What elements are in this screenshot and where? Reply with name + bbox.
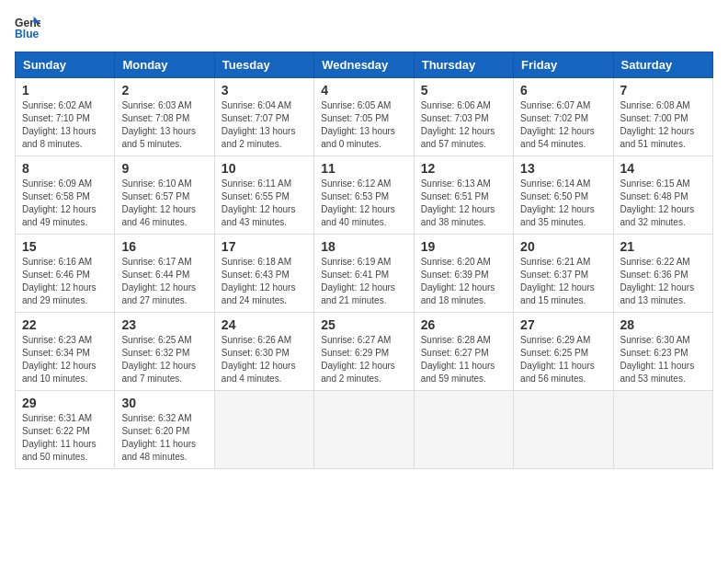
day-number: 1 xyxy=(22,83,108,98)
day-number: 25 xyxy=(321,317,406,332)
calendar-day-cell: 4 Sunrise: 6:05 AMSunset: 7:05 PMDayligh… xyxy=(314,78,414,156)
calendar-day-cell: 18 Sunrise: 6:19 AMSunset: 6:41 PMDaylig… xyxy=(314,235,414,313)
day-info: Sunrise: 6:18 AMSunset: 6:43 PMDaylight:… xyxy=(222,256,307,307)
calendar-day-cell xyxy=(414,391,513,469)
calendar-day-cell: 17 Sunrise: 6:18 AMSunset: 6:43 PMDaylig… xyxy=(214,235,313,313)
day-number: 12 xyxy=(421,161,506,176)
weekday-header-tuesday: Tuesday xyxy=(214,52,313,78)
day-number: 21 xyxy=(620,239,706,254)
weekday-header-sunday: Sunday xyxy=(16,52,115,78)
day-info: Sunrise: 6:25 AMSunset: 6:32 PMDaylight:… xyxy=(121,334,207,385)
day-number: 23 xyxy=(121,317,207,332)
day-number: 16 xyxy=(121,239,207,254)
calendar-week-row: 29 Sunrise: 6:31 AMSunset: 6:22 PMDaylig… xyxy=(16,391,713,469)
day-number: 10 xyxy=(222,161,307,176)
page-header: General Blue xyxy=(15,15,713,40)
calendar-week-row: 1 Sunrise: 6:02 AMSunset: 7:10 PMDayligh… xyxy=(16,78,713,156)
day-number: 14 xyxy=(620,161,706,176)
day-info: Sunrise: 6:02 AMSunset: 7:10 PMDaylight:… xyxy=(22,99,108,151)
day-number: 15 xyxy=(22,239,108,254)
calendar-day-cell: 5 Sunrise: 6:06 AMSunset: 7:03 PMDayligh… xyxy=(414,78,513,156)
day-info: Sunrise: 6:21 AMSunset: 6:37 PMDaylight:… xyxy=(520,256,606,307)
day-number: 26 xyxy=(421,317,506,332)
calendar-day-cell: 3 Sunrise: 6:04 AMSunset: 7:07 PMDayligh… xyxy=(214,78,313,156)
svg-text:Blue: Blue xyxy=(15,28,40,40)
calendar-week-row: 22 Sunrise: 6:23 AMSunset: 6:34 PMDaylig… xyxy=(16,313,713,391)
day-number: 18 xyxy=(321,239,406,254)
day-info: Sunrise: 6:13 AMSunset: 6:51 PMDaylight:… xyxy=(421,178,506,229)
day-info: Sunrise: 6:15 AMSunset: 6:48 PMDaylight:… xyxy=(620,178,706,229)
day-number: 5 xyxy=(421,83,506,98)
day-info: Sunrise: 6:26 AMSunset: 6:30 PMDaylight:… xyxy=(222,334,307,385)
day-number: 24 xyxy=(222,317,307,332)
calendar-day-cell xyxy=(514,391,613,469)
day-info: Sunrise: 6:32 AMSunset: 6:20 PMDaylight:… xyxy=(121,412,207,464)
calendar-day-cell: 21 Sunrise: 6:22 AMSunset: 6:36 PMDaylig… xyxy=(613,235,712,313)
calendar-day-cell: 19 Sunrise: 6:20 AMSunset: 6:39 PMDaylig… xyxy=(414,235,513,313)
calendar-day-cell: 6 Sunrise: 6:07 AMSunset: 7:02 PMDayligh… xyxy=(514,78,613,156)
calendar-day-cell: 10 Sunrise: 6:11 AMSunset: 6:55 PMDaylig… xyxy=(214,156,313,235)
calendar-day-cell: 8 Sunrise: 6:09 AMSunset: 6:58 PMDayligh… xyxy=(16,156,115,235)
day-number: 17 xyxy=(222,239,307,254)
calendar-day-cell xyxy=(214,391,313,469)
day-number: 20 xyxy=(520,239,606,254)
day-info: Sunrise: 6:31 AMSunset: 6:22 PMDaylight:… xyxy=(22,412,108,464)
calendar-table: SundayMondayTuesdayWednesdayThursdayFrid… xyxy=(15,52,713,469)
day-number: 2 xyxy=(121,83,207,98)
calendar-day-cell: 1 Sunrise: 6:02 AMSunset: 7:10 PMDayligh… xyxy=(16,78,115,156)
calendar-day-cell: 26 Sunrise: 6:28 AMSunset: 6:27 PMDaylig… xyxy=(414,313,513,391)
calendar-day-cell: 30 Sunrise: 6:32 AMSunset: 6:20 PMDaylig… xyxy=(115,391,214,469)
day-info: Sunrise: 6:09 AMSunset: 6:58 PMDaylight:… xyxy=(22,178,108,229)
day-number: 28 xyxy=(620,317,706,332)
calendar-day-cell: 11 Sunrise: 6:12 AMSunset: 6:53 PMDaylig… xyxy=(314,156,414,235)
day-number: 6 xyxy=(520,83,606,98)
weekday-header-friday: Friday xyxy=(514,52,613,78)
calendar-day-cell: 16 Sunrise: 6:17 AMSunset: 6:44 PMDaylig… xyxy=(115,235,214,313)
calendar-day-cell: 15 Sunrise: 6:16 AMSunset: 6:46 PMDaylig… xyxy=(16,235,115,313)
day-info: Sunrise: 6:12 AMSunset: 6:53 PMDaylight:… xyxy=(321,178,406,229)
day-info: Sunrise: 6:20 AMSunset: 6:39 PMDaylight:… xyxy=(421,256,506,307)
day-info: Sunrise: 6:30 AMSunset: 6:23 PMDaylight:… xyxy=(620,334,706,385)
day-number: 27 xyxy=(520,317,606,332)
calendar-day-cell: 27 Sunrise: 6:29 AMSunset: 6:25 PMDaylig… xyxy=(514,313,613,391)
weekday-header-saturday: Saturday xyxy=(613,52,712,78)
day-info: Sunrise: 6:04 AMSunset: 7:07 PMDaylight:… xyxy=(222,99,307,151)
day-number: 13 xyxy=(520,161,606,176)
day-info: Sunrise: 6:17 AMSunset: 6:44 PMDaylight:… xyxy=(121,256,207,307)
day-info: Sunrise: 6:19 AMSunset: 6:41 PMDaylight:… xyxy=(321,256,406,307)
day-info: Sunrise: 6:14 AMSunset: 6:50 PMDaylight:… xyxy=(520,178,606,229)
weekday-header-monday: Monday xyxy=(115,52,214,78)
calendar-day-cell: 29 Sunrise: 6:31 AMSunset: 6:22 PMDaylig… xyxy=(16,391,115,469)
day-number: 22 xyxy=(22,317,108,332)
logo: General Blue xyxy=(15,15,40,40)
calendar-day-cell: 2 Sunrise: 6:03 AMSunset: 7:08 PMDayligh… xyxy=(115,78,214,156)
calendar-day-cell: 14 Sunrise: 6:15 AMSunset: 6:48 PMDaylig… xyxy=(613,156,712,235)
calendar-day-cell: 22 Sunrise: 6:23 AMSunset: 6:34 PMDaylig… xyxy=(16,313,115,391)
weekday-header-thursday: Thursday xyxy=(414,52,513,78)
calendar-day-cell: 7 Sunrise: 6:08 AMSunset: 7:00 PMDayligh… xyxy=(613,78,712,156)
day-info: Sunrise: 6:23 AMSunset: 6:34 PMDaylight:… xyxy=(22,334,108,385)
day-number: 9 xyxy=(121,161,207,176)
day-info: Sunrise: 6:11 AMSunset: 6:55 PMDaylight:… xyxy=(222,178,307,229)
calendar-day-cell xyxy=(314,391,414,469)
weekday-header-wednesday: Wednesday xyxy=(314,52,414,78)
calendar-day-cell: 13 Sunrise: 6:14 AMSunset: 6:50 PMDaylig… xyxy=(514,156,613,235)
day-info: Sunrise: 6:07 AMSunset: 7:02 PMDaylight:… xyxy=(520,99,606,151)
day-info: Sunrise: 6:10 AMSunset: 6:57 PMDaylight:… xyxy=(121,178,207,229)
day-info: Sunrise: 6:03 AMSunset: 7:08 PMDaylight:… xyxy=(121,99,207,151)
day-info: Sunrise: 6:29 AMSunset: 6:25 PMDaylight:… xyxy=(520,334,606,385)
day-info: Sunrise: 6:27 AMSunset: 6:29 PMDaylight:… xyxy=(321,334,406,385)
day-number: 29 xyxy=(22,396,108,410)
weekday-header-row: SundayMondayTuesdayWednesdayThursdayFrid… xyxy=(16,52,713,78)
day-info: Sunrise: 6:08 AMSunset: 7:00 PMDaylight:… xyxy=(620,99,706,151)
logo-icon: General Blue xyxy=(15,15,40,40)
day-info: Sunrise: 6:16 AMSunset: 6:46 PMDaylight:… xyxy=(22,256,108,307)
day-info: Sunrise: 6:05 AMSunset: 7:05 PMDaylight:… xyxy=(321,99,406,151)
calendar-week-row: 15 Sunrise: 6:16 AMSunset: 6:46 PMDaylig… xyxy=(16,235,713,313)
calendar-day-cell: 23 Sunrise: 6:25 AMSunset: 6:32 PMDaylig… xyxy=(115,313,214,391)
day-number: 19 xyxy=(421,239,506,254)
day-number: 4 xyxy=(321,83,406,98)
day-number: 30 xyxy=(121,396,207,410)
day-number: 8 xyxy=(22,161,108,176)
calendar-day-cell: 25 Sunrise: 6:27 AMSunset: 6:29 PMDaylig… xyxy=(314,313,414,391)
